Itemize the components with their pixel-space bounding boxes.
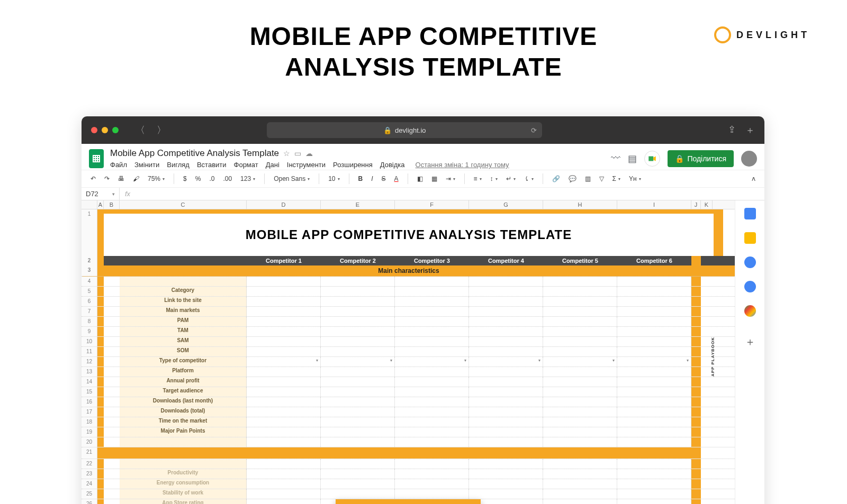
print-icon[interactable]: 🖶 xyxy=(116,174,126,184)
col-header[interactable]: G xyxy=(469,200,543,209)
dropdown-icon[interactable]: ▾ xyxy=(390,358,392,363)
cell[interactable]: ▾ xyxy=(469,357,543,366)
cell[interactable] xyxy=(543,387,617,397)
cell[interactable] xyxy=(321,287,395,296)
keep-icon[interactable] xyxy=(744,232,756,244)
cell[interactable]: ▾ xyxy=(543,357,617,366)
cell[interactable] xyxy=(617,307,691,316)
cell[interactable] xyxy=(617,427,691,437)
avatar[interactable] xyxy=(741,151,757,167)
cell[interactable] xyxy=(543,469,617,479)
row-number[interactable]: 8 xyxy=(82,317,97,326)
cell[interactable] xyxy=(543,499,617,504)
cell[interactable] xyxy=(617,297,691,306)
cell[interactable] xyxy=(617,367,691,377)
cell[interactable] xyxy=(395,377,469,387)
star-icon[interactable]: ☆ xyxy=(283,149,290,158)
last-edit[interactable]: Остання зміна: 1 годину тому xyxy=(416,161,509,169)
cell[interactable] xyxy=(543,347,617,356)
cell[interactable] xyxy=(617,287,691,296)
reload-icon[interactable]: ⟳ xyxy=(531,126,537,134)
row-number[interactable]: 13 xyxy=(82,367,97,377)
wrap-icon[interactable]: ↵ xyxy=(504,174,517,184)
row-number[interactable]: 1 xyxy=(82,209,97,256)
functions-icon[interactable]: Σ xyxy=(611,174,622,184)
cell[interactable] xyxy=(395,337,469,346)
format123-button[interactable]: 123 xyxy=(239,174,257,184)
cell[interactable] xyxy=(321,377,395,387)
cell[interactable] xyxy=(247,469,321,479)
history-icon[interactable]: 〰 xyxy=(611,153,620,164)
row-number[interactable]: 18 xyxy=(82,417,97,427)
row-number[interactable]: 10 xyxy=(82,337,97,346)
fill-icon[interactable]: ◧ xyxy=(416,174,425,184)
menu-файл[interactable]: Файл xyxy=(110,161,127,169)
comment-add-icon[interactable]: 💬 xyxy=(567,174,578,184)
cell[interactable]: ▾ xyxy=(321,357,395,366)
cell[interactable] xyxy=(247,397,321,407)
cell[interactable] xyxy=(321,407,395,417)
cell[interactable] xyxy=(469,297,543,306)
maps-icon[interactable] xyxy=(744,305,756,317)
cell[interactable] xyxy=(247,287,321,296)
col-header[interactable]: J xyxy=(691,200,701,209)
cell[interactable]: ▾ xyxy=(247,357,321,366)
cell[interactable] xyxy=(247,297,321,306)
cell[interactable] xyxy=(395,417,469,427)
row-number[interactable]: 23 xyxy=(82,469,97,479)
cell[interactable] xyxy=(543,287,617,296)
percent-button[interactable]: % xyxy=(194,174,203,184)
dropdown-icon[interactable]: ▾ xyxy=(464,358,466,363)
cell[interactable] xyxy=(543,317,617,326)
cell[interactable] xyxy=(617,479,691,489)
cell[interactable] xyxy=(321,307,395,316)
cell[interactable] xyxy=(469,397,543,407)
menu-інструменти[interactable]: Інструменти xyxy=(287,161,326,169)
menu-вставити[interactable]: Вставити xyxy=(197,161,227,169)
cell[interactable] xyxy=(321,397,395,407)
cell[interactable] xyxy=(247,327,321,336)
cell[interactable] xyxy=(247,489,321,499)
valign-icon[interactable]: ↕ xyxy=(489,174,499,184)
cell[interactable] xyxy=(469,287,543,296)
cell[interactable] xyxy=(247,479,321,489)
cell[interactable] xyxy=(321,317,395,326)
cell[interactable] xyxy=(543,489,617,499)
menu-довідка[interactable]: Довідка xyxy=(380,161,405,169)
borders-icon[interactable]: ▦ xyxy=(430,174,439,184)
cell[interactable] xyxy=(469,317,543,326)
row-number[interactable]: 3 xyxy=(82,265,97,276)
chart-icon[interactable]: ▥ xyxy=(583,174,592,184)
comment-icon[interactable]: ▤ xyxy=(628,153,637,164)
undo-icon[interactable]: ↶ xyxy=(89,174,97,184)
cell[interactable] xyxy=(247,367,321,377)
cell[interactable] xyxy=(543,407,617,417)
row-number[interactable]: 22 xyxy=(82,459,97,469)
spreadsheet-grid[interactable]: ABCDEFGHIJK 1MOBILE APP COMPETITIVE ANAL… xyxy=(82,200,735,504)
cell[interactable] xyxy=(395,317,469,326)
cell[interactable] xyxy=(469,307,543,316)
cell[interactable] xyxy=(543,427,617,437)
cell[interactable] xyxy=(469,387,543,397)
cell[interactable] xyxy=(321,427,395,437)
row-number[interactable]: 12 xyxy=(82,357,97,366)
collapse-toolbar-icon[interactable]: ʌ xyxy=(750,174,757,184)
col-header[interactable]: A xyxy=(97,200,104,209)
cell[interactable] xyxy=(543,377,617,387)
dec-button[interactable]: .0 xyxy=(208,174,216,184)
cell[interactable] xyxy=(321,297,395,306)
cell[interactable] xyxy=(469,407,543,417)
cell[interactable] xyxy=(543,367,617,377)
cell[interactable] xyxy=(543,297,617,306)
dropdown-icon[interactable]: ▾ xyxy=(316,358,318,363)
col-header[interactable]: I xyxy=(617,200,691,209)
cell[interactable] xyxy=(469,367,543,377)
forward-icon[interactable]: 〉 xyxy=(152,123,170,138)
col-header[interactable]: H xyxy=(543,200,617,209)
move-icon[interactable]: ▭ xyxy=(294,149,301,158)
cell[interactable] xyxy=(617,499,691,504)
cell[interactable] xyxy=(247,337,321,346)
cell[interactable] xyxy=(469,427,543,437)
zoom-select[interactable]: 75% xyxy=(146,174,166,184)
cell[interactable] xyxy=(617,397,691,407)
